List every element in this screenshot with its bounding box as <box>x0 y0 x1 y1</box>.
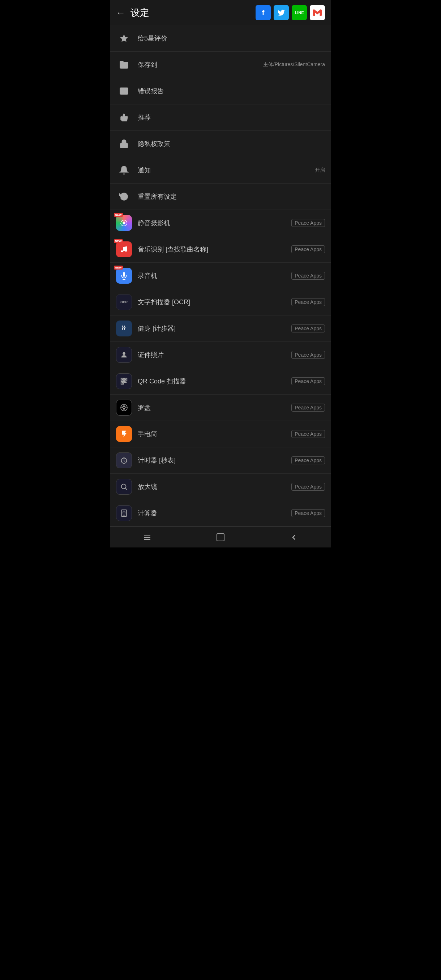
app-item-recorder[interactable]: NEW 录音机 Peace Apps <box>110 263 331 289</box>
app-label-fitness: 健身 [计步器] <box>138 324 288 333</box>
app-item-magnifier[interactable]: 放大镜 Peace Apps <box>110 474 331 500</box>
app-icon-music_id: NEW <box>116 242 132 257</box>
save-label: 保存到 <box>138 60 260 69</box>
back-nav-button[interactable] <box>290 533 298 542</box>
app-icon-ocr: OCR <box>116 294 132 310</box>
app-label-calculator: 计算器 <box>138 509 288 517</box>
app-badge-compass: Peace Apps <box>291 404 325 412</box>
app-item-flashlight[interactable]: 手电筒 Peace Apps <box>110 421 331 447</box>
svg-rect-13 <box>122 383 123 383</box>
page-title: 设定 <box>131 6 256 19</box>
app-badge-magnifier: Peace Apps <box>291 483 325 491</box>
social-icons: f LINE <box>256 5 325 20</box>
svg-marker-15 <box>124 404 125 407</box>
app-badge-music_id: Peace Apps <box>291 245 325 253</box>
app-item-silent_camera[interactable]: NEW 静音摄影机 Peace Apps <box>110 210 331 236</box>
app-item-compass[interactable]: WE 罗盘 Peace Apps <box>110 395 331 421</box>
svg-text:E: E <box>126 407 126 408</box>
line-button[interactable]: LINE <box>292 5 307 20</box>
thumbup-icon <box>116 110 132 126</box>
app-item-music_id[interactable]: NEW 音乐识别 [查找歌曲名称] Peace Apps <box>110 236 331 263</box>
gmail-button[interactable] <box>310 5 325 20</box>
back-button[interactable]: ← <box>116 7 126 18</box>
svg-point-7 <box>123 352 125 355</box>
app-item-qr_code[interactable]: QR Code 扫描器 Peace Apps <box>110 368 331 395</box>
settings-item-privacy[interactable]: 隐私权政策 <box>110 131 331 157</box>
app-item-calculator[interactable]: 计算器 Peace Apps <box>110 500 331 527</box>
app-item-id_photo[interactable]: 证件照片 Peace Apps <box>110 342 331 368</box>
app-icon-calculator <box>116 505 132 521</box>
app-badge-silent_camera: Peace Apps <box>291 219 325 227</box>
reset-label: 重置所有设定 <box>138 192 325 201</box>
app-badge-qr_code: Peace Apps <box>291 377 325 385</box>
app-icon-flashlight <box>116 426 132 442</box>
app-label-qr_code: QR Code 扫描器 <box>138 377 288 385</box>
svg-line-21 <box>126 488 127 490</box>
mail-icon <box>116 83 132 99</box>
twitter-button[interactable] <box>274 5 289 20</box>
svg-rect-1 <box>120 143 127 148</box>
svg-rect-11 <box>122 379 123 380</box>
folder-icon <box>116 57 132 73</box>
app-icon-fitness <box>116 321 132 336</box>
app-items-list: NEW 静音摄影机 Peace Apps NEW 音乐识别 [查找歌曲名称] P… <box>110 210 331 527</box>
svg-marker-0 <box>120 34 128 42</box>
app-badge-calculator: Peace Apps <box>291 509 325 517</box>
app-badge-flashlight: Peace Apps <box>291 430 325 438</box>
lock-icon <box>116 136 132 152</box>
settings-item-notify[interactable]: 通知 开启 <box>110 157 331 184</box>
app-label-magnifier: 放大镜 <box>138 482 288 491</box>
app-item-timer[interactable]: 计时器 [秒表] Peace Apps <box>110 447 331 474</box>
notify-label: 通知 <box>138 166 312 175</box>
privacy-label: 隐私权政策 <box>138 140 325 148</box>
menu-button[interactable] <box>143 533 151 542</box>
settings-list: 给5星评价 保存到 主体/Pictures/SilentCamera 错误报告 … <box>110 25 331 527</box>
settings-item-reset[interactable]: 重置所有设定 <box>110 184 331 210</box>
app-badge-id_photo: Peace Apps <box>291 351 325 359</box>
svg-point-2 <box>123 221 125 224</box>
svg-point-4 <box>125 250 127 252</box>
app-header: ← 设定 f LINE <box>110 0 331 25</box>
recommend-label: 推荐 <box>138 113 325 122</box>
app-item-ocr[interactable]: OCR 文字扫描器 [OCR] Peace Apps <box>110 289 331 315</box>
svg-point-20 <box>121 484 126 489</box>
app-label-silent_camera: 静音摄影机 <box>138 219 288 227</box>
app-icon-id_photo <box>116 347 132 363</box>
app-label-recorder: 录音机 <box>138 271 288 280</box>
app-label-ocr: 文字扫描器 [OCR] <box>138 298 288 306</box>
svg-marker-16 <box>124 408 125 411</box>
svg-point-3 <box>121 250 123 253</box>
app-badge-fitness: Peace Apps <box>291 325 325 332</box>
app-icon-timer <box>116 452 132 468</box>
settings-item-error[interactable]: 错误报告 <box>110 78 331 105</box>
bell-icon <box>116 162 132 178</box>
settings-item-rate[interactable]: 给5星评价 <box>110 25 331 52</box>
app-icon-recorder: NEW <box>116 268 132 284</box>
app-label-timer: 计时器 [秒表] <box>138 456 288 465</box>
app-icon-compass: WE <box>116 400 132 415</box>
notify-value: 开启 <box>315 167 325 173</box>
svg-rect-12 <box>126 379 126 380</box>
settings-item-save[interactable]: 保存到 主体/Pictures/SilentCamera <box>110 52 331 78</box>
star-icon <box>116 30 132 46</box>
app-badge-timer: Peace Apps <box>291 457 325 465</box>
svg-text:W: W <box>122 407 123 408</box>
app-label-music_id: 音乐识别 [查找歌曲名称] <box>138 245 288 254</box>
save-value: 主体/Pictures/SilentCamera <box>263 61 325 68</box>
app-icon-qr_code <box>116 373 132 389</box>
reset-icon <box>116 189 132 205</box>
app-label-flashlight: 手电筒 <box>138 430 288 438</box>
bottom-navigation <box>110 527 331 547</box>
settings-item-recommend[interactable]: 推荐 <box>110 105 331 131</box>
app-label-compass: 罗盘 <box>138 403 288 412</box>
app-badge-recorder: Peace Apps <box>291 272 325 280</box>
app-item-fitness[interactable]: 健身 [计步器] Peace Apps <box>110 315 331 342</box>
app-icon-silent_camera: NEW <box>116 215 132 231</box>
rate-label: 给5星评价 <box>138 34 325 43</box>
error-label: 错误报告 <box>138 87 325 95</box>
home-button[interactable] <box>217 533 224 541</box>
app-label-id_photo: 证件照片 <box>138 350 288 359</box>
app-badge-ocr: Peace Apps <box>291 298 325 306</box>
app-icon-magnifier <box>116 479 132 495</box>
facebook-button[interactable]: f <box>256 5 271 20</box>
